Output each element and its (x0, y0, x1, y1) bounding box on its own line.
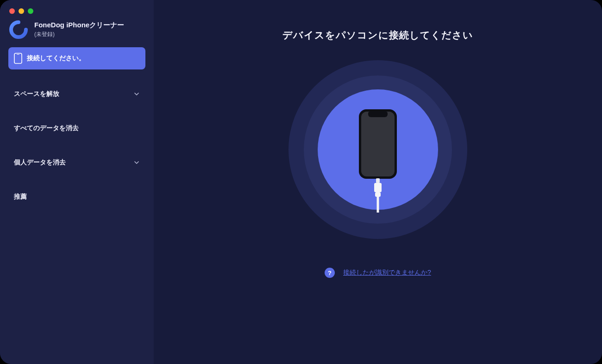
sidebar-item-label: 個人データを消去 (14, 158, 66, 167)
chevron-down-icon (133, 159, 140, 166)
sidebar: FoneDog iPhoneクリーナー (未登録) 接続してください。 スペース… (0, 0, 154, 364)
svg-rect-1 (17, 54, 19, 55)
iphone-outline-icon (359, 109, 397, 179)
svg-rect-0 (14, 53, 22, 63)
maximize-window-button[interactable] (28, 8, 33, 14)
sidebar-item-label: 推薦 (14, 193, 27, 201)
fonedog-logo-icon (9, 20, 28, 39)
sidebar-item-free-space[interactable]: スペースを解放 (8, 84, 145, 104)
phone-icon (14, 53, 22, 64)
sidebar-item-erase-all[interactable]: すべてのデータを消去 (8, 119, 145, 138)
question-mark-icon[interactable]: ? (325, 268, 335, 278)
svg-rect-5 (374, 183, 382, 192)
app-title: FoneDog iPhoneクリーナー (34, 21, 124, 30)
app-subtitle: (未登録) (34, 31, 124, 38)
window-controls (8, 6, 145, 19)
page-title: デバイスをパソコンに接続してください (282, 29, 473, 42)
sidebar-item-connect[interactable]: 接続してください。 (8, 47, 145, 69)
sidebar-item-recommend[interactable]: 推薦 (8, 187, 145, 207)
sidebar-item-label: スペースを解放 (14, 90, 59, 98)
sidebar-item-label: すべてのデータを消去 (14, 124, 79, 132)
app-window: FoneDog iPhoneクリーナー (未登録) 接続してください。 スペース… (0, 0, 602, 364)
svg-rect-7 (377, 197, 379, 213)
main-panel: デバイスをパソコンに接続してください (154, 0, 602, 364)
brand: FoneDog iPhoneクリーナー (未登録) (8, 19, 145, 47)
svg-rect-4 (376, 178, 380, 183)
chevron-down-icon (133, 91, 140, 97)
help-not-detected-link[interactable]: 接続したが識別できませんか? (343, 269, 431, 277)
sidebar-item-erase-private[interactable]: 個人データを消去 (8, 153, 145, 172)
help-row: ? 接続したが識別できませんか? (325, 268, 431, 278)
svg-rect-6 (375, 192, 381, 197)
connect-illustration (288, 60, 467, 239)
sidebar-item-label: 接続してください。 (27, 54, 85, 63)
svg-rect-3 (361, 112, 395, 176)
lightning-cable-icon (371, 178, 385, 213)
minimize-window-button[interactable] (19, 8, 24, 14)
close-window-button[interactable] (9, 8, 15, 14)
